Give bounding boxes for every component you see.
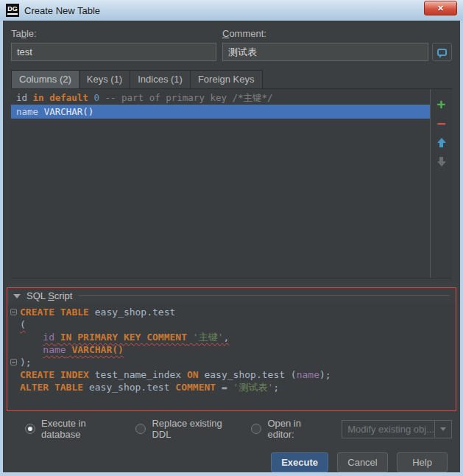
table-label: Table: xyxy=(11,28,222,39)
add-column-button[interactable]: + xyxy=(431,94,452,113)
datagrip-logo-icon: DG xyxy=(6,4,19,17)
sql-line[interactable]: ( xyxy=(7,318,456,331)
dialog-buttons-row: Execute Cancel Help xyxy=(11,452,452,472)
move-up-button[interactable] xyxy=(431,133,452,152)
sql-script-header[interactable]: SQL Script xyxy=(7,288,456,304)
editor-mode-dropdown[interactable]: Modify existing obj... xyxy=(342,420,452,438)
field-labels-row: Table: Comment: xyxy=(11,28,452,39)
dropdown-value: Modify existing obj... xyxy=(342,424,434,435)
sql-line[interactable]: CREATE TABLE easy_shop.test xyxy=(7,306,456,318)
dialog-content: Table: Comment: Columns (2) Keys (1) Ind… xyxy=(3,21,460,472)
chevron-down-icon xyxy=(440,427,446,431)
radio-button-icon[interactable] xyxy=(25,424,35,434)
create-new-table-dialog: DG Create New Table ✕ Table: Comment: Co… xyxy=(0,0,463,476)
dropdown-arrow-cell[interactable] xyxy=(434,421,451,438)
sql-script-title: SQL Script xyxy=(26,290,72,301)
column-row-id[interactable]: id in default 0 -- part of primary key /… xyxy=(11,91,430,105)
collapse-triangle-icon xyxy=(13,294,21,298)
sql-script-panel: SQL Script CREATE TABLE easy_shop.test (… xyxy=(7,287,456,411)
field-inputs-row xyxy=(11,43,452,61)
minus-icon: − xyxy=(437,116,445,131)
move-down-arrow-icon xyxy=(437,157,446,167)
comment-label: Comment: xyxy=(222,28,266,39)
sql-code-editor[interactable]: CREATE TABLE easy_shop.test ( id IN PRIM… xyxy=(7,304,456,410)
fold-gutter[interactable] xyxy=(7,306,20,318)
fold-icon xyxy=(10,359,17,365)
tab-bar: Columns (2) Keys (1) Indices (1) Foreign… xyxy=(11,70,452,89)
column-row-name[interactable]: name VARCHAR() xyxy=(11,105,430,119)
column-list[interactable]: id in default 0 -- part of primary key /… xyxy=(11,89,431,278)
radio-open-in-editor[interactable]: Open in editor: xyxy=(251,418,323,440)
remove-column-button[interactable]: − xyxy=(431,113,452,133)
close-button[interactable]: ✕ xyxy=(424,1,457,15)
radio-button-icon[interactable] xyxy=(135,424,146,434)
columns-editor: id in default 0 -- part of primary key /… xyxy=(11,88,452,279)
tab-foreign-keys[interactable]: Foreign Keys xyxy=(190,70,263,89)
tab-indices[interactable]: Indices (1) xyxy=(130,70,190,89)
window-frame: Table: Comment: Columns (2) Keys (1) Ind… xyxy=(0,21,463,476)
tab-columns[interactable]: Columns (2) xyxy=(11,70,79,89)
radio-execute-in-database[interactable]: Execute in database xyxy=(25,418,119,440)
tab-keys[interactable]: Keys (1) xyxy=(79,70,130,89)
window-title: Create New Table xyxy=(24,5,100,16)
sql-line[interactable]: name VARCHAR() xyxy=(7,343,456,356)
cancel-button[interactable]: Cancel xyxy=(337,452,388,472)
radio-replace-existing-ddl[interactable]: Replace existing DDL xyxy=(135,418,234,440)
column-list-toolbar: + − xyxy=(431,89,452,278)
comment-editor-button[interactable] xyxy=(432,43,452,61)
fold-gutter[interactable] xyxy=(7,356,20,368)
move-down-button[interactable] xyxy=(431,152,452,171)
execute-button[interactable]: Execute xyxy=(271,452,328,472)
title-bar[interactable]: DG Create New Table ✕ xyxy=(0,0,463,21)
radio-button-icon[interactable] xyxy=(251,424,261,434)
sql-line[interactable]: ALTER TABLE easy_shop.test COMMENT = '测试… xyxy=(7,381,456,393)
plus-icon: + xyxy=(437,97,445,112)
sql-line[interactable]: ); xyxy=(7,356,456,368)
sql-line[interactable]: CREATE INDEX test_name_index ON easy_sho… xyxy=(7,368,456,381)
table-name-input[interactable] xyxy=(11,43,216,61)
sql-line[interactable]: id IN PRIMARY KEY COMMENT '主键', xyxy=(7,331,456,343)
speech-bubble-icon xyxy=(437,49,447,56)
help-button[interactable]: Help xyxy=(397,452,448,472)
comment-input[interactable] xyxy=(222,43,428,61)
header-rule xyxy=(78,295,450,296)
close-icon: ✕ xyxy=(437,4,444,13)
execution-options-row: Execute in database Replace existing DDL… xyxy=(11,418,452,440)
move-up-arrow-icon xyxy=(437,138,446,147)
fold-icon xyxy=(10,309,17,315)
